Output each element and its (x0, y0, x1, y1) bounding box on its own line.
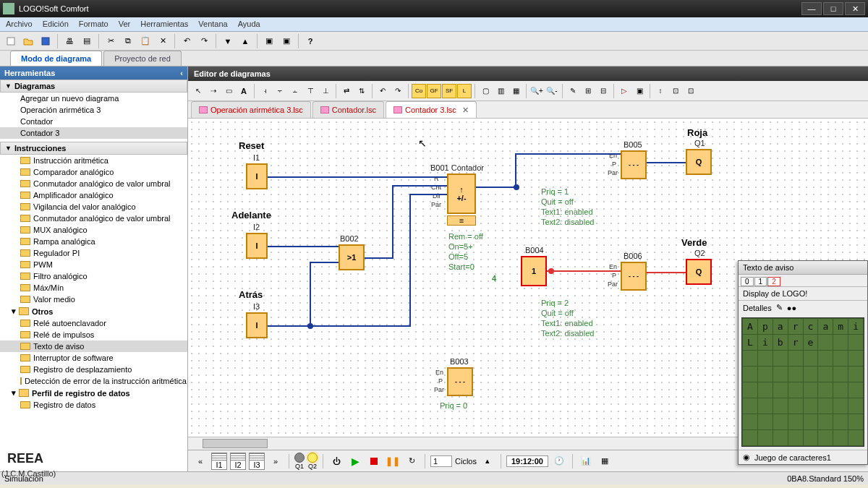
print-icon[interactable]: 🖶 (61, 33, 77, 49)
tree-item[interactable]: Relé de impulsos (0, 329, 187, 341)
menu-ventana[interactable]: Ventana (198, 20, 227, 31)
tree-item[interactable]: Amplificador analógico (0, 189, 187, 201)
tree-item[interactable]: Vigilancia del valor analógico (0, 201, 187, 213)
texto-aviso-panel[interactable]: Texto de aviso 0 1 2 Display de LOGO! De… (738, 260, 868, 465)
window2-icon[interactable]: ▣ (278, 33, 294, 49)
tree-item[interactable]: MUX analógico (0, 224, 187, 236)
sim-input-i3[interactable]: I3 (249, 453, 265, 470)
l-icon[interactable]: L (457, 84, 472, 98)
toggle-icon[interactable]: ●● (787, 304, 796, 312)
sim-power-icon[interactable]: ⏻ (328, 453, 344, 469)
gf-icon[interactable]: GF (427, 84, 441, 98)
layout-icon[interactable]: ▢ (478, 84, 493, 98)
flip-icon[interactable]: ⇅ (354, 84, 369, 98)
pointer-icon[interactable]: ↖ (191, 84, 205, 98)
cut-icon[interactable]: ✂ (103, 33, 119, 49)
block-i1[interactable]: I (246, 163, 268, 189)
edit-icon[interactable]: ✎ (566, 84, 580, 98)
tree-item[interactable]: Valor medio (0, 294, 187, 305)
tree-item[interactable]: Detección de error de la instrucción ari… (0, 375, 187, 387)
file-tab[interactable]: Contador.lsc (312, 101, 384, 118)
text-icon[interactable]: A (237, 84, 251, 98)
file-tab-active[interactable]: Contador 3.lsc✕ (386, 101, 477, 118)
align-icon[interactable]: ⊤ (303, 84, 318, 98)
tree-item-texto-aviso[interactable]: Texto de aviso (0, 341, 187, 352)
open-icon[interactable] (20, 33, 36, 49)
menu-formato[interactable]: Formato (79, 20, 109, 31)
menu-ver[interactable]: Ver (119, 20, 131, 31)
tree-group-perfil[interactable]: ▾ Perfil de registro de datos (0, 387, 187, 399)
block-b006[interactable]: - - - (621, 262, 647, 291)
close-button[interactable]: ✕ (845, 2, 865, 15)
tab-diagram-mode[interactable]: Modo de diagrama (10, 51, 102, 66)
aviso-tab-2[interactable]: 2 (767, 277, 780, 286)
connect-icon[interactable]: ⇢ (206, 84, 221, 98)
block-q2[interactable]: Q (686, 259, 712, 285)
align-icon[interactable]: ⊥ (318, 84, 333, 98)
menu-herramientas[interactable]: Herramientas (140, 20, 188, 31)
delete-icon[interactable]: ✕ (155, 33, 171, 49)
tree-item[interactable]: Registro de desplazamiento (0, 364, 187, 375)
sim-last-icon[interactable]: » (268, 453, 284, 469)
block-q1[interactable]: Q (686, 149, 712, 175)
save-icon[interactable] (38, 33, 54, 49)
maximize-button[interactable]: □ (823, 2, 843, 15)
table-icon[interactable]: ▦ (597, 453, 613, 469)
collapse-icon[interactable]: ‹ (180, 69, 183, 77)
block-b004[interactable]: 1 (521, 256, 547, 286)
charset-row[interactable]: ◉ Juego de caracteres1 (739, 450, 867, 464)
undo-icon[interactable]: ↶ (375, 84, 390, 98)
minimize-button[interactable]: — (801, 2, 822, 15)
tool-icon[interactable]: ⊡ (684, 84, 698, 98)
zoom-out-icon[interactable]: 🔍- (545, 84, 559, 98)
aviso-tab-0[interactable]: 0 (741, 277, 754, 286)
menu-archivo[interactable]: Archivo (6, 20, 33, 31)
sim-stop-icon[interactable] (366, 453, 382, 469)
layout-icon[interactable]: ▦ (509, 84, 523, 98)
cycles-input[interactable] (430, 455, 452, 467)
sim-icon[interactable]: ▷ (617, 84, 631, 98)
tool-icon[interactable]: ↕ (653, 84, 668, 98)
undo-icon[interactable]: ↶ (179, 33, 195, 49)
tree-item[interactable]: Interruptor de software (0, 352, 187, 364)
scrollbar-thumb[interactable] (203, 439, 268, 448)
paste-icon[interactable]: 📋 (137, 33, 153, 49)
tree-item[interactable]: Operación arirmética 3 (0, 104, 187, 116)
align-icon[interactable]: ⫟ (273, 84, 287, 98)
download-icon[interactable]: ▼ (220, 33, 236, 49)
tree-item[interactable]: PWM (0, 259, 187, 270)
tree-item[interactable]: Conmutador analógico de valor umbral (0, 213, 187, 224)
instructions-section-header[interactable]: ▼Instrucciones (0, 142, 187, 155)
clock-icon[interactable]: 🕐 (551, 453, 567, 469)
redo-icon[interactable]: ↷ (196, 33, 212, 49)
new-icon[interactable] (3, 33, 19, 49)
box-icon[interactable]: ▭ (221, 84, 236, 98)
tree-group-otros[interactable]: ▾ Otros (0, 305, 187, 317)
tool-icon[interactable]: ⊡ (668, 84, 683, 98)
align-icon[interactable]: ⫠ (288, 84, 302, 98)
sim-play-icon[interactable]: ▶ (347, 453, 363, 469)
block-b003[interactable]: - - - (447, 367, 473, 396)
sim-input-i1[interactable]: I1 (211, 453, 227, 470)
block-b001[interactable]: ↑+/- (447, 174, 476, 214)
aviso-tab-1[interactable]: 1 (754, 277, 767, 286)
tree-item[interactable]: Registro de datos (0, 399, 187, 411)
co-icon[interactable]: Co (412, 84, 426, 98)
chart-icon[interactable]: 📊 (578, 453, 594, 469)
align-icon[interactable]: ⫞ (258, 84, 272, 98)
copy-icon[interactable]: ⧉ (120, 33, 136, 49)
preview-icon[interactable]: ▤ (79, 33, 95, 49)
edit-icon[interactable]: ✎ (776, 303, 783, 312)
sim-step-icon[interactable]: ↻ (404, 453, 420, 469)
tree-item[interactable]: Máx/Mín (0, 282, 187, 294)
tree-item[interactable]: Conmutador analógico de valor umbral (0, 178, 187, 189)
menu-ayuda[interactable]: Ayuda (238, 20, 260, 31)
block-i2[interactable]: I (246, 233, 268, 259)
tree-item[interactable]: Rampa analógica (0, 236, 187, 247)
sf-icon[interactable]: SF (442, 84, 456, 98)
cycles-up-icon[interactable]: ▴ (480, 453, 495, 469)
tree-item[interactable]: Regulador PI (0, 247, 187, 259)
sim-icon[interactable]: ▣ (632, 84, 647, 98)
tree-item[interactable]: Instrucción aritmética (0, 155, 187, 166)
help-icon[interactable]: ? (302, 33, 318, 49)
